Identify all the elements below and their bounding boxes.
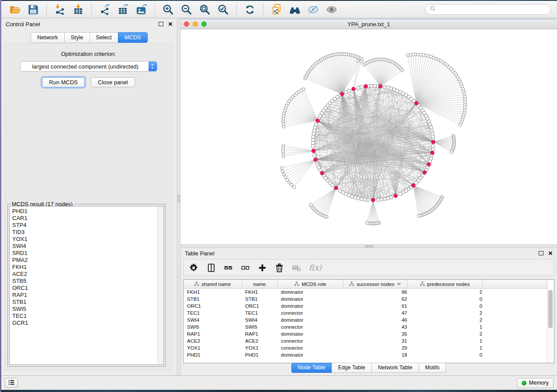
window-close-icon[interactable] [184,21,189,27]
cell[interactable]: FKH1 [242,289,277,296]
cell[interactable]: SWI5 [242,323,277,330]
mcds-result-item[interactable]: STP4 [12,222,157,229]
column-header-successor-nodes[interactable]: successor nodes [343,280,407,289]
column-panel-button[interactable] [207,263,216,272]
table-row[interactable]: YOX1YOX1connector291 [183,344,547,351]
show-all-button[interactable] [323,3,340,16]
column-header-MCDS-role[interactable]: MCDS role [277,280,343,289]
table-row[interactable]: ACE2ACE2connector311 [183,337,547,344]
cell[interactable]: connector [277,309,343,316]
cell[interactable]: dominator [277,303,343,309]
cell[interactable]: 18 [343,351,407,358]
cell[interactable]: ORC1 [183,303,242,309]
tab-select[interactable]: Select [90,32,118,43]
cell[interactable]: TEC1 [242,309,277,316]
cell[interactable]: RAP1 [183,330,242,337]
deselect-all-rows-button[interactable] [241,263,250,272]
cell[interactable]: SWI4 [242,316,277,323]
table-row[interactable]: RAP1RAP1dominator352 [183,330,547,337]
first-neighbors-button[interactable] [287,3,303,16]
cell[interactable]: RAP1 [242,330,277,337]
mcds-result-item[interactable]: TEC1 [12,313,157,320]
cell[interactable]: ACE2 [242,337,277,344]
export-table-button[interactable] [115,3,131,16]
network-graph[interactable] [180,29,557,244]
horizontal-splitter[interactable] [180,244,557,248]
mcds-result-item[interactable]: TID3 [12,229,157,236]
table-row[interactable]: STB1STB1dominator620 [183,296,547,303]
mcds-result-item[interactable]: STB5 [12,278,157,285]
cell[interactable]: 0 [407,351,482,358]
cell[interactable]: 47 [343,309,407,316]
open-file-button[interactable] [7,3,23,16]
cell[interactable]: STB1 [183,296,242,303]
zoom-out-button[interactable] [178,3,195,16]
table-row[interactable]: TEC1TEC1connector472 [183,309,547,316]
cell[interactable]: connector [277,337,343,344]
tab-mcds[interactable]: MCDS [118,32,148,43]
delete-column-button[interactable] [275,263,284,272]
cell[interactable]: 31 [343,337,407,344]
mcds-result-item[interactable]: FKH1 [12,264,157,271]
cell[interactable]: dominator [277,351,343,358]
import-network-button[interactable] [52,3,68,16]
zoom-fit-button[interactable] [197,3,213,16]
cell[interactable]: FKH1 [183,289,242,296]
cell[interactable]: ACE2 [183,337,242,344]
hide-selected-button[interactable] [305,3,322,16]
cell[interactable]: 43 [343,323,407,330]
cell[interactable]: 62 [343,296,407,303]
cell[interactable]: 2 [407,289,482,296]
table-row[interactable]: FKH1FKH1dominator962 [183,289,547,296]
mcds-result-scrollbar[interactable] [157,206,163,364]
search-box[interactable] [425,4,551,15]
cell[interactable]: dominator [277,316,343,323]
cell[interactable]: 1 [407,344,482,351]
search-input[interactable] [438,6,547,13]
refresh-button[interactable] [242,3,258,16]
mcds-result-item[interactable]: SWI4 [12,243,157,250]
cell[interactable]: dominator [277,330,343,337]
cell[interactable]: dominator [277,289,343,296]
cell[interactable]: 2 [407,316,482,323]
cell[interactable]: TEC1 [183,309,242,316]
vertical-splitter[interactable] [177,19,180,375]
cell[interactable]: 2 [407,330,482,337]
tab-style[interactable]: Style [64,32,90,43]
tab-network[interactable]: Network [31,32,65,43]
memory-button[interactable]: Memory [517,378,554,388]
cell[interactable]: YOX1 [183,344,242,351]
cell[interactable]: 46 [343,316,407,323]
cell[interactable]: connector [277,323,343,330]
close-panel-button[interactable]: Close panel [91,77,135,87]
close-panel-icon[interactable] [168,22,173,26]
table-settings-button[interactable] [190,263,199,272]
cell[interactable]: ORC1 [242,303,277,309]
float-panel-icon[interactable] [159,22,163,26]
cell[interactable]: 0 [407,303,482,309]
tab-node-table[interactable]: Node Table [291,363,332,373]
column-header-shared-name[interactable]: shared name [183,280,242,289]
cell[interactable]: 1 [407,337,482,344]
close-panel-icon[interactable] [548,251,553,255]
cell[interactable]: PHD1 [242,351,277,358]
cell[interactable]: 2 [407,309,482,316]
table-scrollbar[interactable] [547,289,554,363]
mcds-result-item[interactable]: PHD1 [12,208,157,215]
mcds-result-item[interactable]: ORC1 [12,285,157,292]
cell[interactable]: 0 [407,296,482,303]
mcds-result-item[interactable]: YOX1 [12,236,157,243]
select-all-rows-button[interactable] [224,263,233,272]
export-image-button[interactable] [133,3,150,16]
table-row[interactable]: PHD1PHD1dominator180 [183,351,547,358]
mcds-result-item[interactable]: PMA2 [12,257,157,264]
export-network-button[interactable] [97,3,113,16]
mcds-result-item[interactable]: SRD1 [12,250,157,257]
optimization-criterion-select[interactable]: largest connected component (undirected) [20,61,157,72]
cell[interactable]: YOX1 [242,344,277,351]
cell[interactable]: 1 [407,323,482,330]
cell[interactable]: SWI5 [183,323,242,330]
window-minimize-icon[interactable] [193,21,198,27]
column-header-predecessor-nodes[interactable]: predecessor nodes [407,280,482,289]
zoom-in-button[interactable] [160,3,176,16]
